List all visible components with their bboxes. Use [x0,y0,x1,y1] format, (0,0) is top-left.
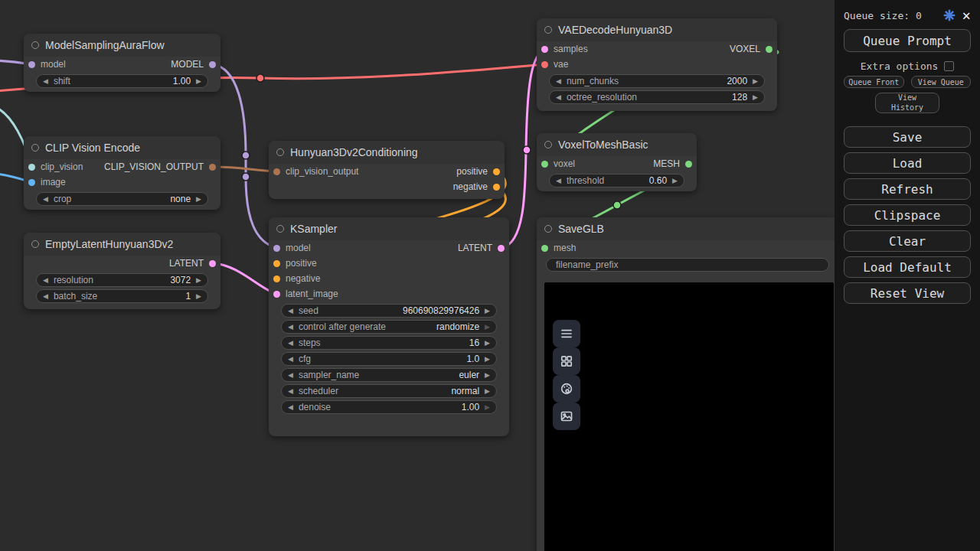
refresh-button[interactable]: Refresh [844,178,971,200]
model-port-dot[interactable] [209,61,216,68]
widget-control-after-generate[interactable]: ◀ control after generate randomize ▶ [281,320,497,334]
input-port-positive[interactable]: positive [273,258,317,269]
decrement-icon[interactable]: ◀ [43,293,48,300]
latent-port-dot[interactable] [541,46,548,53]
viewport-grid-button[interactable] [553,347,580,375]
queue-front-button[interactable]: Queue Front [844,76,904,88]
widget-cfg[interactable]: ◀ cfg 1.0 ▶ [281,352,497,366]
3d-preview-viewport[interactable] [544,282,834,551]
decrement-icon[interactable]: ◀ [288,404,293,411]
increment-icon[interactable]: ▶ [753,94,758,101]
clip-vision-output-port-dot[interactable] [209,164,216,171]
increment-icon[interactable]: ▶ [485,404,490,411]
increment-icon[interactable]: ▶ [196,277,201,284]
model-port-dot[interactable] [273,245,280,252]
decrement-icon[interactable]: ◀ [43,78,48,85]
clipspace-button[interactable]: Clipspace [844,204,971,226]
node-header[interactable]: Hunyuan3Dv2Conditioning [269,141,505,164]
collapse-dot-icon[interactable] [544,141,552,148]
mesh-port-dot[interactable] [685,161,692,168]
decrement-icon[interactable]: ◀ [288,372,293,379]
collapse-dot-icon[interactable] [31,144,39,152]
conditioning-port-dot[interactable] [493,184,500,191]
vae-port-dot[interactable] [541,61,548,68]
decrement-icon[interactable]: ◀ [288,356,293,363]
extra-options-checkbox[interactable] [944,61,954,71]
input-port-samples[interactable]: samples [541,44,588,54]
latent-port-dot[interactable] [209,260,216,267]
widget-denoise[interactable]: ◀ denoise 1.00 ▶ [281,400,497,414]
conditioning-port-dot[interactable] [493,168,500,175]
increment-icon[interactable]: ▶ [485,324,490,331]
voxel-port-dot[interactable] [541,161,548,168]
widget-shift[interactable]: ◀ shift 1.00 ▶ [36,74,208,88]
node-vae-decode-hunyuan3d[interactable]: VAEDecodeHunyuan3D samples VOXEL vae ◀ n… [537,18,777,111]
decrement-icon[interactable]: ◀ [556,178,561,184]
increment-icon[interactable]: ▶ [485,340,490,347]
collapse-dot-icon[interactable] [276,225,284,233]
increment-icon[interactable]: ▶ [196,78,201,85]
view-queue-button[interactable]: View Queue [911,76,972,88]
input-port-vae[interactable]: vae [541,59,568,70]
increment-icon[interactable]: ▶ [672,178,678,184]
widget-batch-size[interactable]: ◀ batch_size 1 ▶ [36,289,208,303]
widget-sampler-name[interactable]: ◀ sampler_name euler ▶ [281,368,497,382]
image-port-dot[interactable] [28,179,35,186]
widget-scheduler[interactable]: ◀ scheduler normal ▶ [281,384,497,398]
input-port-model[interactable]: model [28,59,66,70]
save-button[interactable]: Save [844,126,971,148]
node-header[interactable]: CLIP Vision Encode [24,136,220,159]
settings-gear-icon[interactable] [943,9,956,21]
load-button[interactable]: Load [844,152,971,174]
output-port-model[interactable]: MODEL [171,59,216,70]
viewport-palette-button[interactable] [553,375,580,403]
collapse-dot-icon[interactable] [544,26,552,34]
widget-resolution[interactable]: ◀ resolution 3072 ▶ [36,273,208,287]
clear-button[interactable]: Clear [844,230,971,252]
output-port-voxel[interactable]: VOXEL [730,44,773,54]
increment-icon[interactable]: ▶ [485,308,490,315]
node-voxel-to-mesh-basic[interactable]: VoxelToMeshBasic voxel MESH ◀ threshold … [537,133,697,191]
collapse-dot-icon[interactable] [544,225,552,233]
view-history-button[interactable]: View History [875,93,939,113]
increment-icon[interactable]: ▶ [485,356,490,363]
viewport-menu-button[interactable] [553,320,580,347]
latent-port-dot[interactable] [498,245,505,252]
output-port-positive[interactable]: positive [456,166,500,177]
conditioning-port-dot[interactable] [273,276,280,282]
increment-icon[interactable]: ▶ [196,196,201,203]
decrement-icon[interactable]: ◀ [556,78,561,85]
input-port-clip-vision[interactable]: clip_vision [28,161,83,172]
node-model-sampling-auraflow[interactable]: ModelSamplingAuraFlow model MODEL ◀ shif… [24,34,220,92]
node-hunyuan3dv2-conditioning[interactable]: Hunyuan3Dv2Conditioning clip_vision_outp… [269,141,505,199]
input-port-image[interactable]: image [28,177,66,187]
conditioning-port-dot[interactable] [273,260,280,267]
queue-prompt-button[interactable]: Queue Prompt [844,29,971,52]
output-port-latent[interactable]: LATENT [169,258,216,269]
output-port-negative[interactable]: negative [453,181,500,192]
close-icon[interactable]: × [962,8,971,23]
node-header[interactable]: VoxelToMeshBasic [537,133,697,156]
node-header[interactable]: VAEDecodeHunyuan3D [537,18,777,41]
increment-icon[interactable]: ▶ [753,78,758,85]
output-port-mesh[interactable]: MESH [653,158,692,169]
input-port-negative[interactable]: negative [273,273,320,284]
increment-icon[interactable]: ▶ [196,293,201,300]
node-empty-latent-hunyuan3dv2[interactable]: EmptyLatentHunyuan3Dv2 LATENT ◀ resoluti… [24,233,220,309]
latent-port-dot[interactable] [273,291,280,298]
widget-crop[interactable]: ◀ crop none ▶ [36,192,208,206]
node-clip-vision-encode[interactable]: CLIP Vision Encode clip_vision CLIP_VISI… [24,136,220,210]
widget-steps[interactable]: ◀ steps 16 ▶ [281,336,497,350]
input-port-latent-image[interactable]: latent_image [273,289,338,299]
input-port-voxel[interactable]: voxel [541,158,575,169]
widget-seed[interactable]: ◀ seed 960690829976426 ▶ [281,304,497,318]
node-header[interactable]: SaveGLB [537,217,838,240]
clip-vision-port-dot[interactable] [28,164,35,171]
load-default-button[interactable]: Load Default [844,256,971,278]
reset-view-button[interactable]: Reset View [844,282,971,304]
node-header[interactable]: KSampler [269,217,509,240]
widget-octree-resolution[interactable]: ◀ octree_resolution 128 ▶ [549,90,765,104]
node-ksampler[interactable]: KSampler model LATENT positive negative [269,217,509,436]
collapse-dot-icon[interactable] [31,41,39,49]
input-port-model[interactable]: model [273,243,311,253]
